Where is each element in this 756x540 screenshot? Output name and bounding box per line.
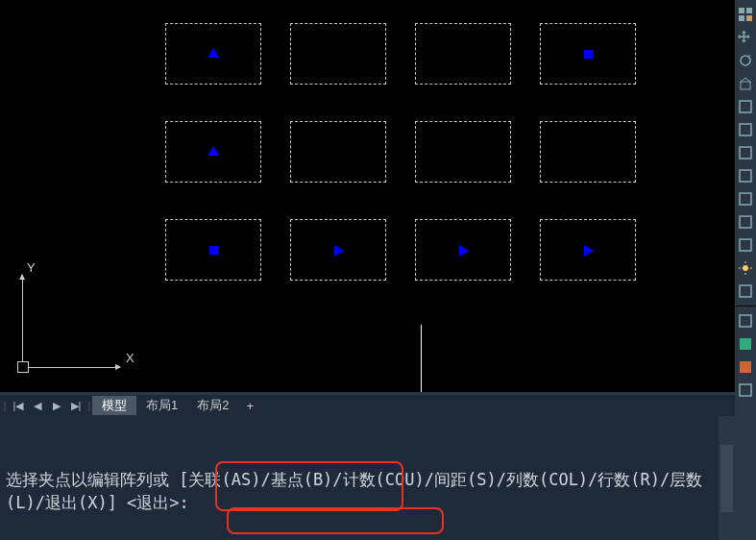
svg-rect-8 — [740, 147, 751, 159]
orbit-icon[interactable] — [737, 52, 754, 69]
svg-rect-21 — [740, 361, 751, 373]
tab-nav-sep: | — [2, 397, 8, 414]
model-canvas[interactable]: X Y — [0, 0, 735, 392]
svg-point-13 — [743, 265, 748, 271]
tab-last-button[interactable]: ▶| — [67, 397, 85, 414]
swatch-icon[interactable] — [737, 335, 754, 353]
array-cell[interactable] — [540, 121, 636, 183]
crosshair-cursor — [421, 325, 422, 392]
right-tool-palette — [735, 0, 756, 540]
array-cell[interactable] — [415, 121, 511, 183]
svg-rect-11 — [740, 216, 751, 228]
grip-arrow-up-icon[interactable] — [207, 146, 219, 156]
clip-icon[interactable] — [737, 312, 754, 330]
edit-icon[interactable] — [737, 213, 754, 231]
pan-icon[interactable] — [737, 29, 754, 46]
extent-icon[interactable] — [737, 121, 754, 138]
svg-rect-20 — [740, 338, 751, 350]
svg-rect-7 — [740, 124, 751, 135]
array-cell[interactable] — [290, 121, 386, 183]
tab-first-button[interactable]: |◀ — [10, 397, 27, 414]
face-icon[interactable] — [737, 236, 754, 254]
ucs-x-label: X — [126, 351, 134, 365]
tab-layout2[interactable]: 布局2 — [187, 396, 238, 415]
svg-rect-1 — [746, 8, 752, 13]
svg-rect-9 — [740, 170, 751, 182]
grip-arrow-up-icon[interactable] — [207, 48, 219, 58]
light-icon[interactable] — [737, 259, 754, 277]
layout-tabs: | |◀ ◀ ▶ ▶| | 模型 布局1 布局2 + — [0, 395, 740, 416]
tab-layout1[interactable]: 布局1 — [136, 396, 187, 415]
svg-rect-18 — [740, 285, 751, 297]
scrollbar-thumb[interactable] — [720, 445, 733, 512]
home-icon[interactable] — [737, 75, 754, 92]
grip-square-icon[interactable] — [584, 50, 593, 59]
command-scrollbar[interactable] — [719, 416, 735, 540]
tab-next-button[interactable]: ▶ — [48, 397, 65, 414]
tab-add-button[interactable]: + — [238, 396, 261, 415]
mesh-icon[interactable] — [737, 282, 754, 300]
more-icon[interactable] — [737, 381, 754, 399]
layers-icon[interactable] — [737, 98, 754, 115]
array-cell[interactable] — [415, 23, 511, 85]
command-line-panel[interactable]: 选择夹点以编辑阵列或 [关联(AS)/基点(B)/计数(COU)/间距(S)/列… — [0, 416, 740, 540]
svg-rect-0 — [739, 8, 744, 13]
grip-arrow-right-icon[interactable] — [459, 245, 469, 257]
palette-divider — [735, 306, 756, 307]
grid-icon[interactable] — [737, 6, 754, 23]
svg-point-4 — [741, 56, 750, 65]
svg-rect-12 — [740, 239, 751, 251]
svg-rect-10 — [740, 193, 751, 205]
svg-rect-5 — [741, 82, 750, 89]
snap-icon[interactable] — [737, 167, 754, 184]
command-history-line: 选择夹点以编辑阵列或 [关联(AS)/基点(B)/计数(COU)/间距(S)/列… — [6, 468, 734, 514]
array-cell[interactable] — [290, 23, 386, 85]
ucs-y-label: Y — [27, 260, 36, 275]
svg-rect-2 — [739, 15, 744, 21]
box-icon[interactable] — [737, 144, 754, 161]
grip-arrow-right-icon[interactable] — [584, 245, 594, 257]
svg-rect-19 — [740, 315, 751, 327]
swatch2-icon[interactable] — [737, 358, 754, 376]
svg-rect-22 — [740, 384, 751, 396]
grip-arrow-right-icon[interactable] — [334, 245, 344, 257]
svg-rect-6 — [740, 101, 751, 112]
measure-icon[interactable] — [737, 190, 754, 208]
tab-model[interactable]: 模型 — [92, 396, 136, 415]
svg-rect-3 — [746, 15, 752, 21]
grip-square-icon[interactable] — [209, 246, 218, 255]
tab-prev-button[interactable]: ◀ — [29, 397, 46, 414]
ucs-axis: X Y — [17, 267, 133, 373]
